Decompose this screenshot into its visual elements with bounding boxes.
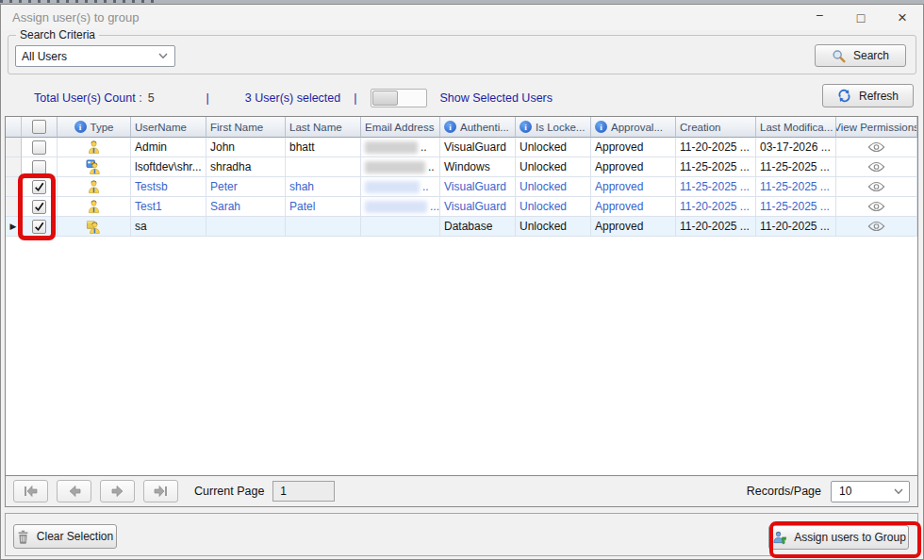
checkbox-icon [32, 160, 46, 174]
modified-cell: 11-25-2025 ... [756, 157, 836, 177]
col-header-creation[interactable]: Creation [676, 117, 756, 138]
creation-cell: 11-20-2025 ... [676, 138, 756, 157]
toggle-knob [372, 91, 398, 106]
eye-icon[interactable] [867, 221, 885, 232]
row-checkbox[interactable] [22, 177, 58, 197]
grid-empty-area [6, 237, 917, 475]
refresh-icon [837, 89, 851, 103]
close-button[interactable]: × [882, 5, 923, 30]
select-all-checkbox[interactable] [22, 117, 58, 138]
table-row[interactable]: ▶ sa Database Unlocked Approved 11-20-20… [6, 217, 917, 237]
total-users-value: 5 [148, 91, 155, 105]
eye-icon[interactable] [867, 161, 885, 173]
col-label: Email Address [365, 122, 435, 133]
info-icon[interactable]: i [444, 121, 456, 133]
minimize-button[interactable]: − [799, 5, 840, 30]
refresh-button[interactable]: Refresh [822, 84, 914, 107]
approval-cell: Approved [591, 217, 676, 237]
islocked-cell: Unlocked [516, 157, 591, 177]
minimize-icon: − [816, 8, 823, 23]
col-header-lastmodification[interactable]: Last Modifica... [756, 117, 836, 138]
dialog-title: Assign user(s) to group [1, 10, 799, 25]
row-checkbox[interactable] [22, 138, 58, 157]
col-header-firstname[interactable]: First Name [206, 117, 286, 138]
clear-selection-label: Clear Selection [37, 530, 113, 543]
lastname-cell [286, 157, 361, 177]
clear-selection-button[interactable]: Clear Selection [13, 524, 117, 549]
table-row[interactable]: Admin John bhatt .. VisualGuard Unlocked… [6, 138, 917, 157]
col-header-type[interactable]: i Type [58, 117, 131, 138]
lastname-cell [286, 217, 361, 237]
previous-page-icon [68, 485, 81, 498]
info-icon[interactable]: i [520, 121, 532, 133]
col-label: Last Name [289, 122, 342, 133]
eye-icon[interactable] [867, 141, 885, 153]
view-permissions-cell[interactable] [836, 138, 917, 157]
view-permissions-cell[interactable] [836, 197, 917, 217]
users-grid: i Type UserName First Name Last Name Ema… [5, 116, 918, 507]
col-header-approval[interactable]: i Approval... [591, 117, 676, 138]
view-permissions-cell[interactable] [836, 217, 917, 237]
col-header-islocked[interactable]: i Is Locke... [516, 117, 591, 138]
current-page-value: 1 [280, 485, 287, 498]
view-permissions-cell[interactable] [836, 177, 917, 197]
assign-users-button[interactable]: Assign users to Group [768, 525, 909, 550]
user-type-cell [58, 157, 131, 177]
col-header-email[interactable]: Email Address [361, 117, 440, 138]
table-row[interactable]: Test1 Sarah Patel ... VisualGuard Unlock… [6, 197, 917, 217]
row-indicator [6, 177, 22, 197]
col-label: Is Locke... [536, 122, 585, 133]
firstname-cell: Peter [206, 177, 286, 197]
islocked-cell: Unlocked [516, 177, 591, 197]
last-page-button[interactable] [143, 480, 178, 502]
eye-icon[interactable] [867, 181, 885, 192]
next-page-button[interactable] [100, 480, 135, 502]
user-type-cell [58, 138, 131, 157]
screen: Assign user(s) to group − □ × Search Cri… [0, 0, 924, 560]
approval-cell: Approved [591, 197, 676, 217]
creation-cell: 11-25-2025 ... [676, 177, 756, 197]
view-permissions-cell[interactable] [836, 157, 917, 177]
visualguard-user-icon [87, 199, 101, 214]
records-per-page-value: 10 [839, 485, 851, 498]
eye-icon[interactable] [867, 201, 885, 212]
col-header-username[interactable]: UserName [131, 117, 206, 138]
firstname-cell [206, 217, 286, 237]
show-selected-toggle[interactable] [371, 89, 427, 107]
first-page-button[interactable] [13, 480, 48, 502]
previous-page-button[interactable] [57, 480, 91, 502]
approval-cell: Approved [591, 177, 676, 197]
authentication-cell: VisualGuard [440, 197, 516, 217]
show-selected-label: Show Selected Users [440, 91, 553, 105]
col-label: Approval... [611, 122, 663, 133]
add-user-icon [771, 530, 786, 545]
username-cell: Testsb [131, 177, 206, 197]
username-cell: sa [131, 217, 206, 237]
approval-cell: Approved [591, 157, 676, 177]
table-row[interactable]: lsoftdev\shr... shradha .. Windows Unloc… [6, 157, 917, 177]
username-cell: Test1 [131, 197, 206, 217]
current-page-input[interactable]: 1 [272, 481, 335, 502]
last-page-icon [154, 485, 168, 498]
row-checkbox[interactable] [22, 197, 58, 217]
table-row[interactable]: Testsb Peter shah .. VisualGuard Unlocke… [6, 177, 917, 197]
info-icon[interactable]: i [74, 121, 87, 133]
search-criteria-dropdown[interactable]: All Users [15, 45, 175, 67]
col-label: Type [91, 122, 114, 133]
user-type-cell [58, 197, 131, 217]
info-icon[interactable]: i [595, 121, 607, 133]
col-label: Authenti... [460, 122, 509, 133]
col-header-viewpermissions[interactable]: View Permissions [836, 117, 917, 138]
assign-users-dialog: Assign user(s) to group − □ × Search Cri… [0, 4, 924, 560]
creation-cell: 11-25-2025 ... [676, 157, 756, 177]
maximize-button[interactable]: □ [840, 5, 882, 30]
authentication-cell: Database [440, 217, 516, 237]
search-button[interactable]: Search [815, 44, 906, 67]
modified-cell: 11-20-2025 ... [756, 217, 836, 237]
col-header-authentication[interactable]: i Authenti... [440, 117, 516, 138]
row-checkbox[interactable] [22, 157, 58, 177]
records-per-page-dropdown[interactable]: 10 [831, 481, 910, 502]
col-header-lastname[interactable]: Last Name [286, 117, 361, 138]
authentication-cell: VisualGuard [440, 138, 516, 157]
row-checkbox[interactable] [22, 217, 58, 237]
